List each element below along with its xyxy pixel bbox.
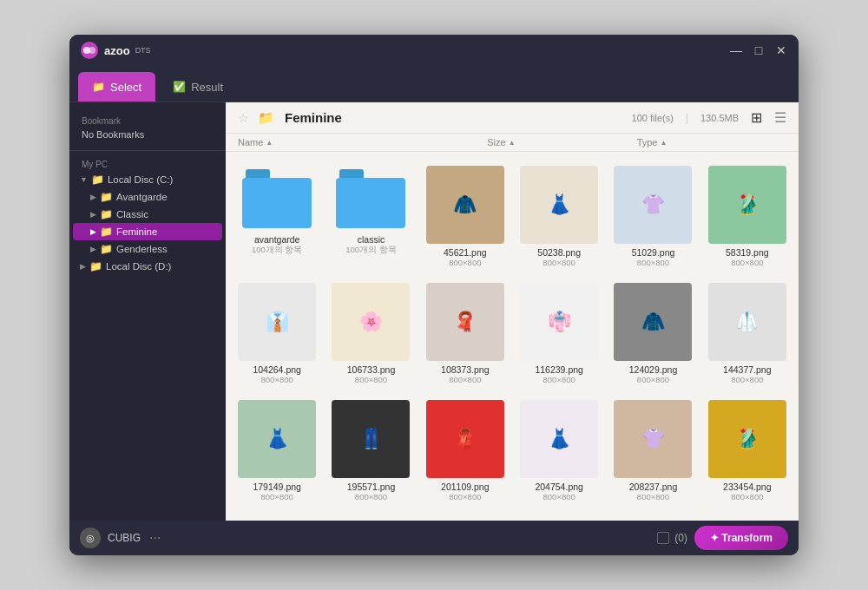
item-sublabel: 800×800: [261, 492, 293, 502]
sidebar-item-classic[interactable]: ▶ 📁 Classic: [73, 206, 222, 223]
item-sublabel: 800×800: [449, 492, 481, 502]
image-thumb: 🧣: [426, 400, 504, 478]
image-thumb: 👘: [520, 283, 598, 361]
sidebar-divider: [69, 150, 226, 151]
minimize-button[interactable]: —: [729, 44, 743, 56]
image-thumb: 👚: [614, 400, 692, 478]
select-all-checkbox[interactable]: [657, 532, 669, 544]
grid-item-img-51029[interactable]: 👚 51029.png 800×800: [610, 162, 695, 271]
item-label: 201109.png: [441, 482, 489, 492]
grid-item-img-233454[interactable]: 🥻 233454.png 800×800: [705, 397, 790, 505]
image-thumb: 🥻: [708, 400, 786, 478]
user-avatar: ◎: [80, 528, 101, 548]
grid-item-img-104264[interactable]: 👔 104264.png 800×800: [234, 279, 319, 388]
col-type-label: Type: [637, 137, 658, 148]
folder-thumb: [332, 166, 410, 231]
image-thumb: 🧥: [426, 166, 504, 244]
item-label: avantgarde: [254, 234, 300, 245]
toolbar-separator: |: [686, 112, 688, 124]
content-toolbar: ☆ 📁 Feminine 100 file(s) | 130.5MB ⊞ ☰: [226, 102, 799, 134]
sidebar-item-avantgarde[interactable]: ▶ 📁 Avantgarde: [73, 188, 222, 206]
sidebar-item-label: Local Disc (D:): [106, 261, 171, 272]
app-logo: [80, 41, 99, 60]
list-view-icon[interactable]: ☰: [774, 109, 786, 126]
sidebar-item-feminine[interactable]: ▶ 📁 Feminine: [73, 223, 222, 240]
sort-arrow-size: ▲: [509, 139, 516, 147]
transform-button[interactable]: ✦ Transform: [694, 526, 788, 550]
sidebar-item-label: Genderless: [116, 244, 168, 254]
col-header-type[interactable]: Type ▲: [637, 137, 786, 148]
folder-icon: 📁: [100, 243, 113, 255]
image-thumb: 🧥: [614, 283, 692, 361]
tab-result[interactable]: ✅ Result: [159, 72, 237, 102]
chevron-right-icon: ▶: [90, 245, 96, 253]
grid-item-img-201109[interactable]: 🧣 201109.png 800×800: [423, 397, 508, 505]
image-thumb: 🥼: [708, 283, 786, 361]
file-grid: avantgarde 100개의 항목 classic 100개의 항목 🧥 4…: [234, 162, 790, 505]
tab-select[interactable]: 📁 Select: [78, 72, 155, 102]
file-count: 100 file(s): [632, 113, 674, 123]
item-label: 144377.png: [723, 364, 771, 375]
more-options-button[interactable]: ···: [149, 530, 161, 546]
file-size: 130.5MB: [700, 113, 739, 123]
col-header-name[interactable]: Name ▲: [238, 137, 487, 148]
tabbar: 📁 Select ✅ Result: [69, 66, 799, 102]
item-sublabel: 800×800: [543, 375, 575, 384]
item-sublabel: 100개의 항목: [252, 245, 303, 256]
chevron-down-icon: ▼: [80, 175, 88, 184]
chevron-right-icon: ▶: [90, 210, 96, 219]
maximize-button[interactable]: □: [752, 44, 766, 56]
grid-item-img-144377[interactable]: 🥼 144377.png 800×800: [705, 279, 790, 388]
image-thumb: 🧣: [426, 283, 504, 361]
item-label: 51029.png: [632, 247, 675, 258]
item-sublabel: 100개의 항목: [345, 245, 397, 256]
grid-item-img-195571[interactable]: 👖 195571.png 800×800: [328, 397, 413, 505]
sidebar-item-label: Avantgarde: [116, 192, 168, 202]
folder-icon: 📁: [100, 208, 113, 220]
grid-item-img-116239[interactable]: 👘 116239.png 800×800: [516, 279, 602, 388]
folder-thumb: [238, 166, 316, 231]
image-thumb: 👖: [332, 400, 410, 478]
grid-item-folder-avantgarde[interactable]: avantgarde 100개의 항목: [234, 162, 319, 271]
select-all-checkbox-label[interactable]: (0): [657, 532, 687, 544]
item-sublabel: 800×800: [449, 375, 481, 384]
main-area: Bookmark No Bookmarks My PC ▼ 📁 Local Di…: [69, 102, 799, 521]
sidebar: Bookmark No Bookmarks My PC ▼ 📁 Local Di…: [69, 102, 226, 521]
folder-icon: 📁: [91, 174, 104, 186]
sort-arrow-type: ▲: [660, 139, 667, 147]
brand-name: azoo: [104, 44, 130, 57]
grid-item-img-208237[interactable]: 👚 208237.png 800×800: [610, 397, 695, 505]
image-thumb: 👗: [238, 400, 316, 478]
sidebar-item-label: Classic: [116, 209, 148, 220]
star-icon[interactable]: ☆: [238, 111, 249, 125]
col-header-size[interactable]: Size ▲: [487, 137, 636, 148]
grid-view-icon[interactable]: ⊞: [751, 109, 762, 126]
grid-item-img-124029[interactable]: 🧥 124029.png 800×800: [610, 279, 695, 388]
grid-item-img-106733[interactable]: 🌸 106733.png 800×800: [328, 279, 413, 388]
grid-container: avantgarde 100개의 항목 classic 100개의 항목 🧥 4…: [226, 152, 799, 521]
item-label: 104264.png: [253, 364, 300, 375]
close-button[interactable]: ✕: [774, 44, 788, 56]
grid-item-img-108373[interactable]: 🧣 108373.png 800×800: [423, 279, 508, 388]
grid-item-img-50238[interactable]: 👗 50238.png 800×800: [516, 162, 602, 271]
avatar-icon: ◎: [86, 533, 95, 544]
item-sublabel: 800×800: [637, 258, 669, 267]
grid-item-img-58319[interactable]: 🥻 58319.png 800×800: [705, 162, 790, 271]
item-sublabel: 800×800: [355, 492, 387, 502]
grid-item-img-45621[interactable]: 🧥 45621.png 800×800: [423, 162, 508, 271]
sidebar-item-genderless[interactable]: ▶ 📁 Genderless: [73, 240, 222, 258]
folder-tab-icon: 📁: [92, 81, 105, 93]
item-label: 233454.png: [723, 482, 771, 492]
grid-item-img-179149[interactable]: 👗 179149.png 800×800: [234, 397, 319, 505]
item-label: 58319.png: [726, 247, 769, 258]
item-label: classic: [358, 234, 385, 245]
grid-item-img-204754[interactable]: 👗 204754.png 800×800: [516, 397, 602, 505]
content-panel: ☆ 📁 Feminine 100 file(s) | 130.5MB ⊞ ☰ N…: [226, 102, 799, 521]
item-label: 208237.png: [629, 482, 677, 492]
dts-badge: DTS: [135, 46, 151, 55]
col-name-label: Name: [238, 137, 263, 148]
grid-item-folder-classic[interactable]: classic 100개의 항목: [328, 162, 413, 271]
bookmark-label: Bookmark: [69, 111, 226, 128]
sidebar-item-local-d[interactable]: ▶ 📁 Local Disc (D:): [73, 258, 222, 275]
sidebar-item-local-c[interactable]: ▼ 📁 Local Disc (C:): [73, 171, 222, 188]
